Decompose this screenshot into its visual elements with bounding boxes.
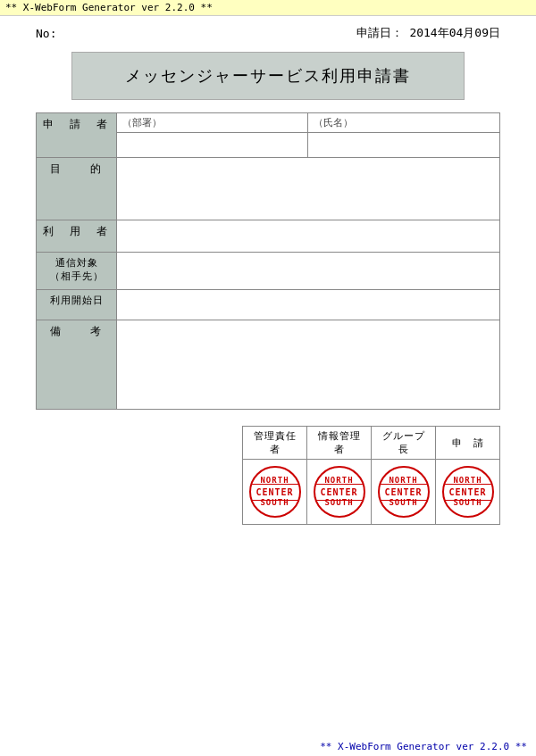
stamp-center-2: CENTER <box>384 486 422 498</box>
top-bar: ** X-WebForm Generator ver 2.2.0 ** <box>0 0 536 16</box>
table-row: 申 請 者 （部署） （氏名） <box>37 113 500 158</box>
no-label: No: <box>36 27 56 40</box>
stamp-line-top-3 <box>444 484 492 485</box>
stamp-circle-2: NORTH CENTER SOUTH <box>378 466 430 518</box>
stamp-cell-2: NORTH CENTER SOUTH <box>372 460 436 525</box>
main-form-table: 申 請 者 （部署） （氏名） 目 的 利 用 者 通信対象（相手先） <box>36 112 500 410</box>
date-value: 2014年04月09日 <box>409 26 500 39</box>
table-row: 備 考 <box>37 320 500 410</box>
stamp-line-bottom-3 <box>444 500 492 501</box>
stamp-area: 管理責任者 情報管理者 グループ長 申 請 NORTH CENTER SOUTH <box>36 426 500 525</box>
top-bar-text: ** X-WebForm Generator ver 2.2.0 ** <box>5 2 213 13</box>
table-row: 目 的 <box>37 158 500 220</box>
department-sublabel: （部署） <box>117 113 308 132</box>
stamp-header-0: 管理責任者 <box>243 427 307 460</box>
stamp-header-2: グループ長 <box>372 427 436 460</box>
date-display: 申請日： 2014年04月09日 <box>356 25 500 41</box>
contact-input[interactable] <box>117 253 500 290</box>
stamp-line-bottom-1 <box>315 500 364 501</box>
department-input[interactable] <box>117 133 308 157</box>
stamp-header-1: 情報管理者 <box>307 427 372 460</box>
name-input[interactable] <box>308 133 499 157</box>
stamp-center-3: CENTER <box>448 486 486 498</box>
applicant-label: 申 請 者 <box>37 113 117 158</box>
stamp-center-1: CENTER <box>320 486 357 498</box>
applicant-input-cell: （部署） （氏名） <box>117 113 500 158</box>
stamp-line-bottom-0 <box>251 500 299 501</box>
purpose-label: 目 的 <box>37 158 117 220</box>
stamp-cell-3: NORTH CENTER SOUTH <box>436 460 500 525</box>
stamp-cell-1: NORTH CENTER SOUTH <box>307 460 372 525</box>
stamp-line-top-2 <box>380 484 428 485</box>
stamp-header-row: 管理責任者 情報管理者 グループ長 申 請 <box>243 427 500 460</box>
contact-label: 通信対象（相手先） <box>37 253 117 290</box>
table-row: 利 用 者 <box>37 220 500 253</box>
table-row: 利用開始日 <box>37 290 500 320</box>
stamp-center-0: CENTER <box>255 486 293 498</box>
bottom-bar-text: ** X-WebForm Generator ver 2.2.0 ** <box>320 741 527 752</box>
stamp-line-bottom-2 <box>380 500 428 501</box>
form-title: メッセンジャーサービス利用申請書 <box>71 52 465 100</box>
applicant-input-row <box>117 132 499 157</box>
purpose-input[interactable] <box>117 158 500 220</box>
stamp-row: NORTH CENTER SOUTH NORTH CENTER SOUTH <box>243 460 500 525</box>
stamp-circle-0: NORTH CENTER SOUTH <box>249 466 301 518</box>
stamp-cell-0: NORTH CENTER SOUTH <box>243 460 307 525</box>
bottom-bar: ** X-WebForm Generator ver 2.2.0 ** <box>320 741 527 752</box>
remarks-label: 備 考 <box>37 320 117 410</box>
stamp-circle-3: NORTH CENTER SOUTH <box>442 466 494 518</box>
startdate-label: 利用開始日 <box>37 290 117 320</box>
remarks-input[interactable] <box>117 320 500 410</box>
date-label: 申請日： <box>356 26 403 39</box>
stamp-table: 管理責任者 情報管理者 グループ長 申 請 NORTH CENTER SOUTH <box>242 426 500 525</box>
startdate-input[interactable] <box>117 290 500 320</box>
user-input[interactable] <box>117 220 500 253</box>
stamp-header-3: 申 請 <box>436 427 500 460</box>
user-label: 利 用 者 <box>37 220 117 253</box>
applicant-sub-header: （部署） （氏名） <box>117 113 499 132</box>
name-sublabel: （氏名） <box>308 113 499 132</box>
stamp-line-top-1 <box>315 484 364 485</box>
stamp-circle-1: NORTH CENTER SOUTH <box>314 466 365 518</box>
header: No: 申請日： 2014年04月09日 <box>0 16 536 46</box>
table-row: 通信対象（相手先） <box>37 253 500 290</box>
stamp-line-top-0 <box>251 484 299 485</box>
